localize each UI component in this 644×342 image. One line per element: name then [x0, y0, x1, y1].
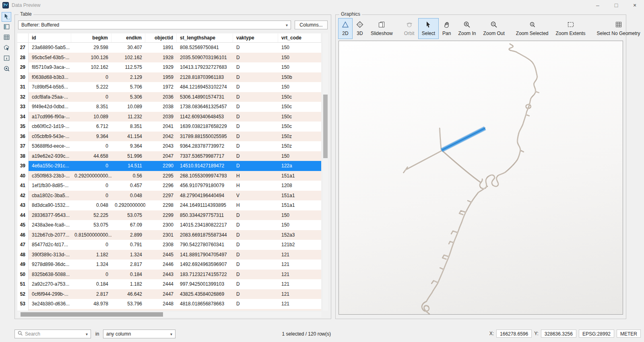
tool-slideshow[interactable]: Slideshow — [367, 18, 396, 39]
cell-vaktype[interactable]: D — [233, 43, 278, 53]
cell-vrt_code[interactable]: 121 — [278, 260, 321, 270]
cell-begkm[interactable]: 102.162 — [71, 62, 111, 72]
row-number[interactable]: 48 — [17, 250, 29, 260]
cell-vrt_code[interactable]: 150 — [278, 151, 321, 161]
cell-objectid[interactable]: 2042 — [145, 132, 177, 142]
cell-st_lengthshape[interactable]: 244.16491114393895 — [177, 200, 233, 210]
cell-id[interactable]: 1ef1fb30-8d85-... — [29, 181, 71, 191]
cell-endkm[interactable]: 60.613 — [111, 309, 145, 311]
cell-vaktype[interactable]: D — [233, 270, 278, 280]
cell-vaktype[interactable]: D — [233, 151, 278, 161]
cell-endkm[interactable]: 0.048 — [111, 191, 145, 201]
search-input[interactable]: Search ▾ — [14, 330, 91, 338]
cell-vaktype[interactable]: D — [233, 132, 278, 142]
cell-st_lengthshape[interactable]: 141.88917904705497 — [177, 250, 233, 260]
cell-begkm[interactable]: 29.598 — [71, 43, 111, 53]
cell-vaktype[interactable]: D — [233, 220, 278, 230]
cell-endkm[interactable]: 8.351 — [111, 122, 145, 132]
row-number[interactable]: 46 — [17, 230, 29, 240]
cell-id[interactable]: 3e24b380-d636... — [29, 299, 71, 309]
cell-id[interactable]: 53688f6d-eece-... — [29, 141, 71, 151]
cell-vaktype[interactable]: H — [233, 200, 278, 210]
cell-id[interactable]: 9f49e42d-0dbd... — [29, 102, 71, 112]
select-tool[interactable] — [2, 12, 11, 22]
data-grid-tool[interactable] — [2, 33, 11, 43]
cell-st_lengthshape[interactable]: 5306.148901574731 — [177, 92, 233, 102]
cell-st_lengthshape[interactable]: 1492.6924963596907 — [177, 260, 233, 270]
cell-begkm[interactable]: 0.29200000000... — [71, 171, 111, 181]
cell-objectid[interactable]: 1972 — [145, 82, 177, 92]
cell-vaktype[interactable]: D — [233, 53, 278, 63]
table-row[interactable]: 394e6a155c-291c...014.511229014510.91427… — [17, 161, 321, 171]
cell-id[interactable]: 0cf6f944-299b-... — [29, 289, 71, 299]
cell-begkm[interactable]: 1.182 — [71, 250, 111, 260]
cell-objectid[interactable]: 2446 — [145, 260, 177, 270]
row-number[interactable]: 38 — [17, 151, 29, 161]
info-panel-tool[interactable] — [2, 54, 11, 64]
table-row[interactable]: 4428336377-9543...52.22553.0752299850.33… — [17, 210, 321, 220]
column-header-vrt_code[interactable]: vrt_code — [278, 33, 321, 42]
tool-3d[interactable]: 3D — [353, 18, 367, 39]
cell-vaktype[interactable]: D — [233, 279, 278, 289]
cell-begkm[interactable]: 53.075 — [71, 220, 111, 230]
row-number[interactable]: 39 — [17, 161, 29, 171]
tool-zoom_selected[interactable]: Zoom Selected — [512, 18, 552, 39]
cell-begkm[interactable]: 48.978 — [71, 299, 111, 309]
cell-objectid[interactable]: 2039 — [145, 112, 177, 122]
cell-begkm[interactable]: 0.81500000000... — [71, 230, 111, 240]
cell-st_lengthshape[interactable]: 997.9425001399103 — [177, 279, 233, 289]
cell-id[interactable]: 312b67cb-2077... — [29, 230, 71, 240]
cell-endkm[interactable]: 46.642 — [111, 289, 145, 299]
table-row[interactable]: 32cdcf8afa-25aa-...05.30620365306.148901… — [17, 92, 321, 102]
cell-begkm[interactable]: 0 — [71, 92, 111, 102]
cell-endkm[interactable]: 9.364 — [111, 141, 145, 151]
cell-objectid[interactable]: 2036 — [145, 92, 177, 102]
table-row[interactable]: 48390f389c-313d-...1.1821.3242445141.889… — [17, 250, 321, 260]
table-row[interactable]: 339f49e42d-0dbd...8.35110.08920381738.08… — [17, 102, 321, 112]
cell-endkm[interactable]: 14.511 — [111, 161, 145, 171]
cell-st_lengthshape[interactable]: 14510.91427189472 — [177, 161, 233, 171]
row-number-header[interactable] — [17, 33, 29, 42]
cell-endkm[interactable]: 0.184 — [111, 270, 145, 280]
horizontal-scrollbar-thumb[interactable] — [21, 312, 163, 317]
cell-begkm[interactable]: 5.222 — [71, 82, 111, 92]
maximize-button[interactable]: □ — [607, 0, 625, 10]
cell-vrt_code[interactable]: 150b — [278, 72, 321, 82]
layer-selector-combo[interactable]: Bufferer: Buffered ▾ — [18, 21, 291, 29]
cell-vrt_code[interactable]: 121 — [278, 289, 321, 299]
cell-vrt_code[interactable]: 150 — [278, 82, 321, 92]
table-row[interactable]: 411ef1fb30-8d85-...00.4572296456.9107979… — [17, 181, 321, 191]
row-number[interactable]: 44 — [17, 210, 29, 220]
cell-st_lengthshape[interactable]: 2128.818703961183 — [177, 72, 233, 82]
tool-select_no_geometry[interactable]: Select No Geometry — [593, 18, 644, 39]
cell-id[interactable]: c350f863-23b3-... — [29, 171, 71, 181]
cell-st_lengthshape[interactable]: 14015.234180822217 — [177, 220, 233, 230]
cell-begkm[interactable]: 0 — [71, 191, 111, 201]
layout-panels-tool[interactable] — [2, 23, 11, 32]
row-number[interactable]: 36 — [17, 132, 29, 142]
cell-objectid[interactable]: 1928 — [145, 53, 177, 63]
table-row[interactable]: 520cf6f944-299b-...2.81746.642244743825.… — [17, 289, 321, 299]
cell-begkm[interactable]: 0.184 — [71, 279, 111, 289]
cell-id[interactable]: 8325b638-5088... — [29, 270, 71, 280]
row-number[interactable]: 33 — [17, 102, 29, 112]
cell-vrt_code[interactable]: 152a3 — [278, 230, 321, 240]
cell-vaktype[interactable]: D — [233, 299, 278, 309]
table-row[interactable]: 46312b67cb-2077...0.81500000000...2.8992… — [17, 230, 321, 240]
cell-objectid[interactable]: 2047 — [145, 151, 177, 161]
row-number[interactable]: 32 — [17, 92, 29, 102]
cell-st_lengthshape[interactable]: 7337.536579987717 — [177, 151, 233, 161]
cell-id[interactable]: cdcf8afa-25aa-... — [29, 92, 71, 102]
column-header-id[interactable]: id — [29, 33, 71, 42]
cell-begkm[interactable]: 2.817 — [71, 289, 111, 299]
table-row[interactable]: 54647d1bbe-de0e...53.79660.61324866816.8… — [17, 309, 321, 311]
cell-st_lengthshape[interactable]: 10413.179232727683 — [177, 62, 233, 72]
cell-id[interactable]: 2a92c270-a753... — [29, 279, 71, 289]
cell-objectid[interactable]: 2443 — [145, 270, 177, 280]
cell-vrt_code[interactable]: 121 — [278, 279, 321, 289]
cell-endkm[interactable]: 41.154 — [111, 132, 145, 142]
cell-vrt_code[interactable]: 121 — [278, 250, 321, 260]
table-row[interactable]: 4785477d2c-fd17...00.7912308790.54227807… — [17, 240, 321, 250]
horizontal-scrollbar[interactable] — [17, 312, 321, 317]
cell-objectid[interactable]: 2041 — [145, 122, 177, 132]
